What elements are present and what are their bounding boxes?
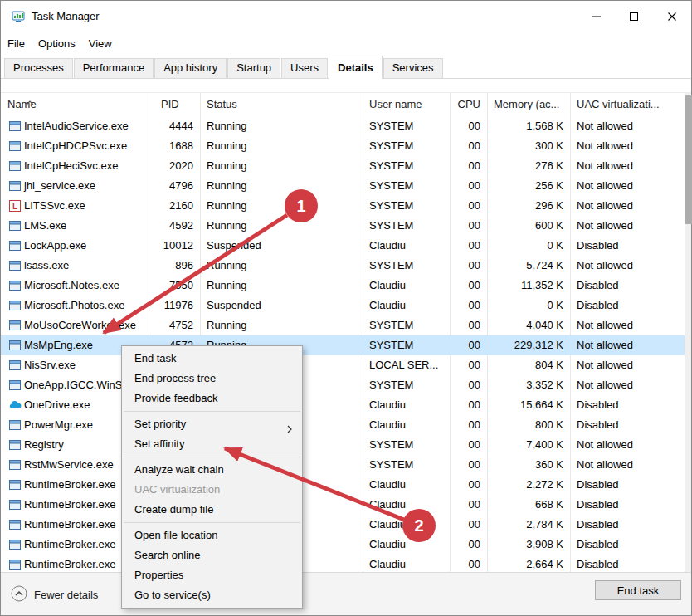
- fewer-details-toggle[interactable]: Fewer details: [11, 582, 98, 607]
- cell-uac: Not allowed: [570, 256, 685, 276]
- cell-uac: Not allowed: [570, 335, 685, 355]
- context-menu-set-priority[interactable]: Set priority: [122, 414, 302, 434]
- column-header-name[interactable]: Name: [1, 93, 149, 116]
- context-menu-open-file-location[interactable]: Open file location: [122, 526, 302, 545]
- cell-user: SYSTEM: [363, 116, 450, 136]
- process-row-mousocoreworker-exe-10[interactable]: MoUsoCoreWorker.exe4752RunningSYSTEM004,…: [1, 315, 685, 335]
- context-menu-analyze-wait-chain[interactable]: Analyze wait chain: [122, 460, 302, 480]
- cell-user: SYSTEM: [363, 375, 450, 395]
- process-row-litssvc-exe-4[interactable]: LLITSSvc.exe2160RunningSYSTEM00296 KNot …: [1, 196, 685, 216]
- process-row-lsass-exe-7[interactable]: lsass.exe896RunningSYSTEM005,724 KNot al…: [1, 256, 685, 276]
- cell-pid: 11976: [149, 296, 193, 315]
- column-header-cpu[interactable]: CPU: [450, 93, 480, 116]
- cell-uac: Not allowed: [570, 176, 685, 196]
- cell-uac: Disabled: [570, 296, 685, 315]
- cell-status: Running: [200, 176, 363, 196]
- process-row-runtimebroker-exe-19[interactable]: RuntimeBroker.exeClaudiu00668 KDisabled: [1, 495, 685, 515]
- cell-cpu: 00: [450, 136, 480, 156]
- end-task-button[interactable]: End task: [595, 580, 681, 600]
- process-row-powermgr-exe-15[interactable]: PowerMgr.exeClaudiu00800 KDisabled: [1, 415, 685, 435]
- cell-cpu: 00: [450, 535, 480, 555]
- tab-performance[interactable]: Performance: [74, 58, 154, 78]
- process-row-msmpeng-exe-11[interactable]: MsMpEng.exe4572RunningSYSTEM00229,312 KN…: [1, 335, 685, 355]
- process-row-oneapp-igcc-winservice-exe-13[interactable]: OneApp.IGCC.WinService.exeSYSTEM003,352 …: [1, 375, 685, 395]
- column-header-memory-ac[interactable]: Memory (ac...: [487, 93, 570, 116]
- process-row-jhi-service-exe-3[interactable]: jhi_service.exe4796RunningSYSTEM00256 KN…: [1, 176, 685, 196]
- cell-cpu: 00: [450, 176, 480, 196]
- cell-cpu: 00: [450, 375, 480, 395]
- context-menu-search-online[interactable]: Search online: [122, 545, 302, 565]
- process-row-rstmwservice-exe-17[interactable]: RstMwService.exeSYSTEM00360 KNot allowed: [1, 455, 685, 475]
- process-row-intelaudioservice-exe-0[interactable]: IntelAudioService.exe4444RunningSYSTEM00…: [1, 116, 685, 136]
- vertical-scrollbar[interactable]: [685, 92, 691, 572]
- cell-name: Microsoft.Notes.exe: [1, 276, 149, 296]
- cell-user: Claudiu: [363, 475, 450, 495]
- cell-user: SYSTEM: [363, 196, 450, 216]
- menu-file[interactable]: File: [1, 34, 32, 53]
- process-row-intelcphecisvc-exe-2[interactable]: IntelCpHeciSvc.exe2020RunningSYSTEM00276…: [1, 156, 685, 176]
- column-header-uac-virtualizati[interactable]: UAC virtualizati...: [570, 93, 685, 116]
- cell-memory: 600 K: [487, 216, 563, 236]
- menu-view[interactable]: View: [82, 34, 119, 53]
- column-header-status[interactable]: Status: [200, 93, 363, 116]
- cell-status: Suspended: [200, 296, 363, 315]
- cell-uac: Not allowed: [570, 435, 685, 455]
- process-row-registry-16[interactable]: RegistrySYSTEM007,400 KNot allowed: [1, 435, 685, 455]
- cell-name: Microsoft.Photos.exe: [1, 296, 149, 315]
- cell-cpu: 00: [450, 256, 480, 276]
- cell-memory: 0 K: [487, 296, 563, 315]
- context-menu-properties[interactable]: Properties: [122, 565, 302, 585]
- process-row-onedrive-exe-14[interactable]: OneDrive.exeClaudiu0015,664 KDisabled: [1, 395, 685, 415]
- process-row-lms-exe-5[interactable]: LMS.exe4592RunningSYSTEM00600 KNot allow…: [1, 216, 685, 236]
- cell-user: Claudiu: [363, 296, 450, 315]
- cell-user: Claudiu: [363, 535, 450, 555]
- cell-user: Claudiu: [363, 555, 450, 572]
- tab-startup[interactable]: Startup: [227, 58, 280, 78]
- process-row-runtimebroker-exe-21[interactable]: RuntimeBroker.exeClaudiu003,908 KDisable…: [1, 535, 685, 555]
- context-menu-end-process-tree[interactable]: End process tree: [122, 369, 302, 389]
- cell-name: MoUsoCoreWorker.exe: [1, 315, 149, 335]
- cell-pid: 4752: [149, 315, 193, 335]
- tab-processes[interactable]: Processes: [4, 58, 73, 78]
- process-row-runtimebroker-exe-18[interactable]: RuntimeBroker.exeClaudiu002,272 KDisable…: [1, 475, 685, 495]
- minimize-icon: [592, 16, 601, 17]
- process-row-nissrv-exe-12[interactable]: NisSrv.exeLOCAL SER...00804 KNot allowed: [1, 355, 685, 375]
- cell-uac: Not allowed: [570, 315, 685, 335]
- tab-app-history[interactable]: App history: [154, 58, 227, 78]
- cell-status: Running: [200, 196, 363, 216]
- maximize-button[interactable]: [615, 1, 653, 32]
- context-menu-provide-feedback[interactable]: Provide feedback: [122, 389, 302, 408]
- context-menu-end-task[interactable]: End task: [122, 349, 302, 369]
- tab-details[interactable]: Details: [329, 56, 383, 79]
- menu-options[interactable]: Options: [32, 34, 82, 53]
- cell-uac: Disabled: [570, 276, 685, 296]
- process-row-runtimebroker-exe-20[interactable]: RuntimeBroker.exeClaudiu002,784 KDisable…: [1, 515, 685, 535]
- close-button[interactable]: [653, 1, 691, 32]
- context-menu-create-dump-file[interactable]: Create dump file: [122, 500, 302, 520]
- context-menu-go-to-service-s[interactable]: Go to service(s): [122, 585, 302, 605]
- cell-pid: 896: [149, 256, 193, 276]
- cell-cpu: 00: [450, 276, 480, 296]
- cell-memory: 7,400 K: [487, 435, 563, 455]
- column-header-pid[interactable]: PID: [149, 93, 200, 116]
- column-header-user-name[interactable]: User name: [363, 93, 450, 116]
- context-menu-set-affinity[interactable]: Set affinity: [122, 434, 302, 454]
- process-row-microsoft-photos-exe-9[interactable]: Microsoft.Photos.exe11976SuspendedClaudi…: [1, 296, 685, 315]
- cell-user: SYSTEM: [363, 136, 450, 156]
- scrollbar-thumb[interactable]: [685, 95, 692, 224]
- process-row-runtimebroker-exe-22[interactable]: RuntimeBroker.exeClaudiu002,664 KDisable…: [1, 555, 685, 572]
- cell-user: Claudiu: [363, 415, 450, 435]
- process-row-microsoft-notes-exe-8[interactable]: Microsoft.Notes.exe7550RunningClaudiu001…: [1, 276, 685, 296]
- process-row-lockapp-exe-6[interactable]: LockApp.exe10012SuspendedClaudiu000 KDis…: [1, 236, 685, 256]
- process-row-intelcphdcpsvc-exe-1[interactable]: IntelCpHDCPSvc.exe1688RunningSYSTEM00300…: [1, 136, 685, 156]
- menu-bar: FileOptionsView: [1, 32, 691, 54]
- cell-user: Claudiu: [363, 276, 450, 296]
- cell-uac: Not allowed: [570, 455, 685, 475]
- minimize-button[interactable]: [577, 1, 615, 32]
- context-menu: End taskEnd process treeProvide feedback…: [121, 345, 303, 609]
- cell-memory: 2,784 K: [487, 515, 563, 535]
- tab-services[interactable]: Services: [383, 58, 443, 78]
- tab-users[interactable]: Users: [281, 58, 328, 78]
- cell-status: Running: [200, 276, 363, 296]
- cell-memory: 0 K: [487, 236, 563, 256]
